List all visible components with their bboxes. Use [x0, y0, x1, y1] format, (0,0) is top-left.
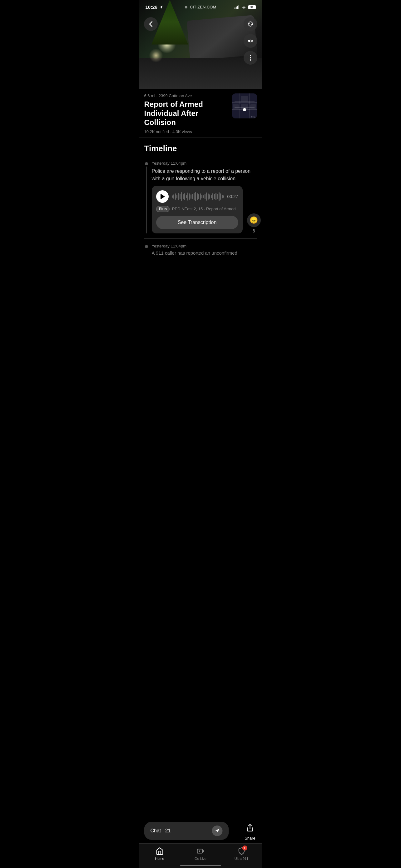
waveform-bar — [183, 194, 183, 199]
audio-time: 00:27 — [227, 194, 238, 199]
plus-badge: Plus — [156, 206, 170, 212]
timeline-dot-2 — [145, 245, 148, 248]
mute-button[interactable] — [244, 34, 257, 48]
svg-rect-14 — [241, 96, 248, 101]
reaction-count: 6 — [253, 228, 255, 234]
back-button[interactable] — [144, 17, 158, 31]
waveform-bar — [179, 194, 180, 199]
waveform-bar — [217, 194, 218, 199]
mute-icon — [248, 38, 253, 44]
svg-rect-16 — [241, 104, 248, 109]
waveform-bar — [205, 194, 205, 199]
waveform-bar — [172, 195, 173, 198]
svg-rect-3 — [238, 5, 239, 9]
waveform-bar — [192, 194, 193, 199]
refresh-button[interactable] — [244, 17, 257, 31]
waveform-bar — [208, 193, 209, 200]
map-svg: Ave. — [232, 93, 257, 118]
video-right-controls — [244, 17, 257, 65]
timeline-section: Timeline Yesterday 11:04pm Police are re… — [139, 137, 262, 305]
waveform-bar — [189, 193, 190, 200]
waveform-bar — [181, 192, 182, 201]
waveform-bar — [188, 192, 188, 200]
bottom-spacer — [144, 256, 257, 299]
see-transcription-button[interactable]: See Transcription — [156, 216, 238, 229]
waveform-bar — [211, 195, 212, 198]
svg-point-6 — [250, 55, 251, 56]
waveform-bar — [178, 193, 179, 200]
play-button[interactable] — [156, 190, 169, 203]
waveform-bar — [201, 195, 202, 198]
audio-player-row: 00:27 Plus PPD NEast 2, 15 · Report of A… — [152, 186, 261, 234]
status-bar: 10:26 CITIZEN.COM 99 — [139, 0, 262, 12]
waveform-bar — [191, 194, 192, 199]
svg-point-8 — [250, 59, 251, 61]
waveform-bar — [198, 194, 199, 199]
status-time: 10:26 — [145, 4, 163, 10]
incident-title: Report of Armed Individual After Collisi… — [144, 100, 229, 127]
wifi-icon — [241, 5, 246, 9]
reaction-emoji[interactable]: 😠 — [247, 213, 261, 227]
svg-point-7 — [250, 57, 251, 58]
play-triangle-icon — [161, 194, 165, 199]
waveform-bar — [214, 194, 215, 199]
waveform-bar — [184, 193, 185, 200]
signal-icon — [235, 5, 239, 9]
status-domain: CITIZEN.COM — [185, 5, 216, 9]
audio-channel-label: PPD NEast 2, 15 · Report of Armed — [172, 207, 236, 211]
timeline-item-2: Yesterday 11:04pm A 911 caller has repor… — [144, 244, 257, 256]
waveform-bar — [215, 193, 216, 200]
timeline-title: Timeline — [144, 144, 257, 153]
reaction-column: 😠 6 — [247, 213, 261, 234]
timeline-item-1: Yesterday 11:04pm Police are responding … — [144, 161, 257, 233]
map-thumbnail[interactable]: Ave. — [232, 93, 257, 118]
incident-details: 6.6 mi · 2399 Cottman Ave Report of Arme… — [144, 93, 229, 134]
status-icons: 99 — [235, 5, 256, 9]
timeline-indicator-2 — [144, 244, 149, 256]
timeline-text-1: Police are responding to a report of a p… — [152, 167, 261, 182]
waveform-bar — [212, 193, 213, 200]
waveform-bar — [176, 195, 177, 198]
incident-info: 6.6 mi · 2399 Cottman Ave Report of Arme… — [139, 89, 262, 137]
waveform-bar — [197, 193, 198, 200]
audio-metadata: Plus PPD NEast 2, 15 · Report of Armed — [156, 206, 238, 212]
svg-rect-2 — [237, 6, 238, 9]
audio-player: 00:27 Plus PPD NEast 2, 15 · Report of A… — [152, 186, 243, 234]
waveform-bar — [200, 193, 201, 200]
waveform-bar — [219, 192, 220, 201]
waveform-bar — [173, 194, 174, 199]
waveform-bar — [206, 192, 207, 200]
timeline-time-1: Yesterday 11:04pm — [152, 161, 261, 165]
timeline-time-2: Yesterday 11:04pm — [152, 244, 257, 248]
waveform-bar — [194, 193, 195, 200]
timeline-indicator — [144, 161, 149, 233]
timeline-line-1 — [146, 166, 147, 233]
svg-rect-17 — [250, 104, 256, 109]
waveform-bar — [222, 195, 223, 198]
waveform-bar — [195, 192, 196, 201]
video-section[interactable] — [139, 0, 262, 89]
timeline-preview-text-2: A 911 caller has reported an unconfirmed — [152, 250, 257, 256]
timeline-dot-1 — [145, 162, 148, 165]
location-arrow-icon — [159, 5, 163, 9]
waveform-bar — [223, 195, 224, 198]
svg-point-18 — [243, 108, 246, 111]
waveform-bar — [220, 193, 221, 200]
waveform-bar — [175, 193, 176, 200]
back-chevron-icon — [149, 21, 153, 27]
svg-rect-0 — [235, 7, 235, 9]
waveform-bar — [186, 195, 187, 198]
more-button[interactable] — [244, 51, 257, 65]
more-dots-icon — [250, 55, 251, 61]
live-dot-icon — [185, 6, 188, 8]
battery-icon: 99 — [248, 5, 256, 9]
waveform — [172, 191, 224, 202]
map-grid: Ave. — [232, 93, 257, 118]
refresh-icon — [248, 21, 253, 27]
incident-meta: 6.6 mi · 2399 Cottman Ave — [144, 93, 229, 98]
svg-text:Ave.: Ave. — [251, 116, 256, 118]
svg-rect-15 — [233, 104, 239, 109]
timeline-content-2: Yesterday 11:04pm A 911 caller has repor… — [152, 244, 257, 256]
timeline-content-1: Yesterday 11:04pm Police are responding … — [152, 161, 261, 233]
incident-stats: 10.2K notified · 4.3K views — [144, 129, 229, 134]
